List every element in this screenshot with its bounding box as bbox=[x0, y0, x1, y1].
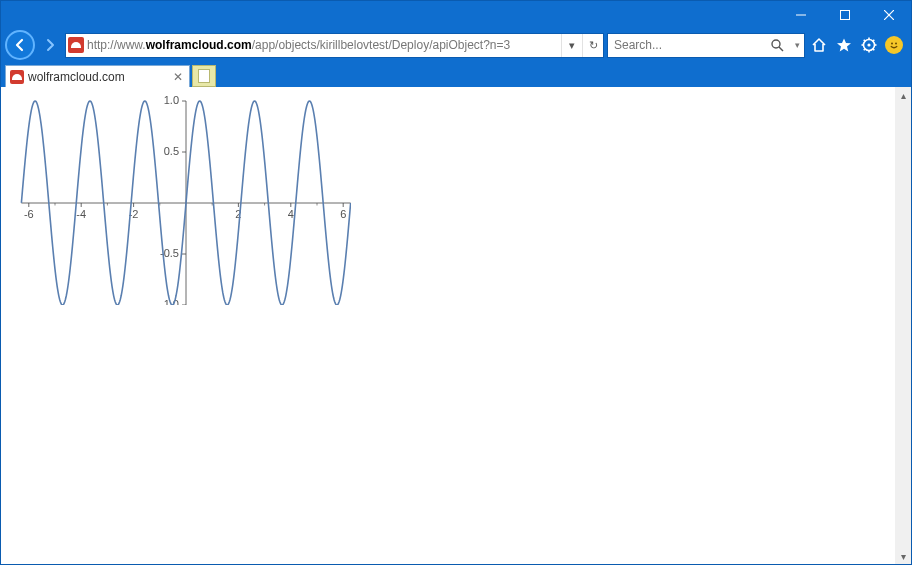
wolfram-favicon bbox=[10, 70, 24, 84]
browser-tab[interactable]: wolframcloud.com ✕ bbox=[5, 65, 190, 87]
svg-text:-6: -6 bbox=[24, 208, 34, 220]
svg-line-13 bbox=[873, 49, 875, 51]
svg-point-4 bbox=[772, 40, 780, 48]
svg-text:6: 6 bbox=[340, 208, 346, 220]
close-button[interactable] bbox=[867, 1, 911, 29]
svg-rect-1 bbox=[841, 11, 850, 20]
address-bar[interactable]: http://www.wolframcloud.com/app/objects/… bbox=[65, 33, 604, 58]
svg-point-17 bbox=[895, 43, 897, 45]
scroll-down-button[interactable]: ▾ bbox=[895, 548, 911, 564]
tools-icon[interactable] bbox=[858, 34, 880, 56]
forward-button[interactable] bbox=[38, 33, 62, 57]
back-button[interactable] bbox=[5, 30, 35, 60]
tab-close-button[interactable]: ✕ bbox=[171, 70, 185, 84]
url-dropdown-button[interactable]: ▾ bbox=[561, 34, 582, 57]
tab-strip: wolframcloud.com ✕ bbox=[1, 62, 911, 87]
svg-text:0.5: 0.5 bbox=[164, 145, 179, 157]
search-placeholder: Search... bbox=[614, 38, 662, 52]
svg-line-12 bbox=[864, 40, 866, 42]
svg-text:4: 4 bbox=[288, 208, 294, 220]
minimize-button[interactable] bbox=[779, 1, 823, 29]
svg-point-7 bbox=[867, 43, 870, 46]
vertical-scrollbar[interactable]: ▴ ▾ bbox=[895, 87, 911, 564]
wolfram-favicon bbox=[68, 37, 84, 53]
scroll-up-button[interactable]: ▴ bbox=[895, 87, 911, 103]
svg-line-14 bbox=[864, 49, 866, 51]
browser-toolbar: http://www.wolframcloud.com/app/objects/… bbox=[1, 29, 911, 62]
svg-point-16 bbox=[891, 43, 893, 45]
svg-text:-4: -4 bbox=[76, 208, 86, 220]
feedback-icon[interactable] bbox=[883, 34, 905, 56]
page-content: -6-4-2246-1.0-0.50.51.0 ▴ ▾ bbox=[1, 87, 911, 564]
svg-line-5 bbox=[779, 47, 783, 51]
home-icon[interactable] bbox=[808, 34, 830, 56]
url-text: http://www.wolframcloud.com/app/objects/… bbox=[87, 38, 561, 52]
maximize-button[interactable] bbox=[823, 1, 867, 29]
tab-title: wolframcloud.com bbox=[28, 70, 125, 84]
svg-line-15 bbox=[873, 40, 875, 42]
new-tab-button[interactable] bbox=[192, 65, 216, 87]
svg-text:1.0: 1.0 bbox=[164, 94, 179, 106]
search-options-button[interactable]: ▾ bbox=[790, 40, 804, 50]
favorites-icon[interactable] bbox=[833, 34, 855, 56]
refresh-button[interactable]: ↻ bbox=[582, 34, 603, 57]
window-titlebar bbox=[1, 1, 911, 29]
search-submit-button[interactable] bbox=[764, 34, 790, 57]
search-box[interactable]: Search... ▾ bbox=[607, 33, 805, 58]
sine-plot: -6-4-2246-1.0-0.50.51.0 bbox=[6, 92, 351, 305]
